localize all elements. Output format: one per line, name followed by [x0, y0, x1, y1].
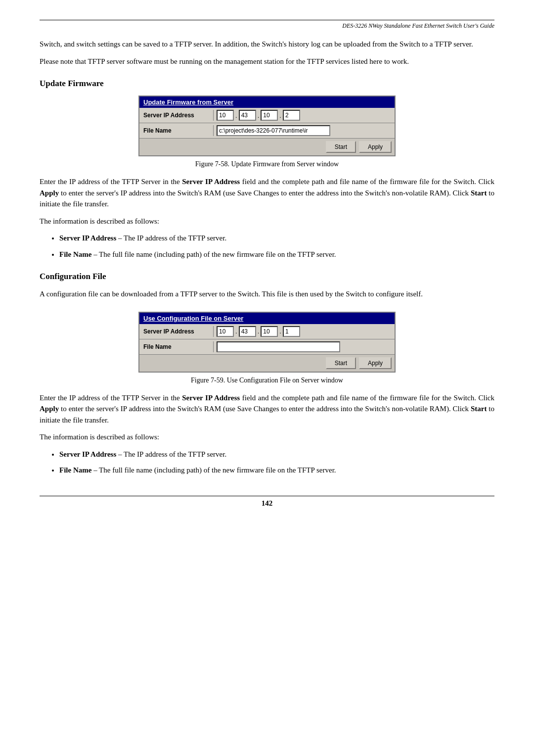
header-title: DES-3226 NWay Standalone Fast Ethernet S…	[40, 22, 494, 30]
config-file-filename-input-group	[214, 339, 395, 354]
config-file-bullet2-bold: File Name	[59, 466, 91, 474]
config-file-desc1-bold3: Start	[471, 405, 487, 413]
config-file-filename-label: File Name	[139, 341, 214, 352]
cfg-dot3: .	[279, 328, 282, 335]
config-file-desc1-bold2: Apply	[40, 405, 59, 413]
update-firmware-title: Update Firmware	[40, 79, 494, 89]
config-file-bullet2-text: – The full file name (including path) of…	[91, 466, 336, 474]
update-firmware-bullet1-bold: Server IP Address	[59, 234, 116, 242]
update-firmware-desc1: Enter the IP address of the TFTP Server …	[40, 176, 494, 210]
update-firmware-bullet2-bold: File Name	[59, 250, 91, 258]
update-firmware-caption: Figure 7-58. Update Firmware from Server…	[40, 160, 494, 168]
update-firmware-ip-octet1[interactable]	[217, 110, 234, 121]
intro-para2: Please note that TFTP server software mu…	[40, 56, 494, 67]
config-file-window: Use Configuration File on Server Server …	[138, 312, 396, 373]
footer-page-number: 142	[40, 499, 494, 508]
update-firmware-ip-row: Server IP Address . . .	[139, 108, 395, 123]
config-file-ip-octet3[interactable]	[261, 326, 278, 337]
config-file-ip-label: Server IP Address	[139, 326, 214, 337]
config-file-desc1-bold1: Server IP Address	[182, 394, 240, 402]
config-file-window-title: Use Configuration File on Server	[139, 313, 395, 324]
update-firmware-desc1-bold1: Server IP Address	[182, 178, 240, 186]
dot1: .	[235, 112, 238, 119]
update-firmware-bullet1-text: – The IP address of the TFTP server.	[116, 234, 226, 242]
update-firmware-desc1-bold2: Apply	[40, 189, 59, 197]
update-firmware-desc2: The information is described as follows:	[40, 216, 494, 227]
config-file-caption: Figure 7-59. Use Configuration File on S…	[40, 377, 494, 384]
update-firmware-ip-octet2[interactable]	[239, 110, 256, 121]
config-file-bullet2: File Name – The full file name (includin…	[59, 465, 494, 476]
update-firmware-desc1-bold3: Start	[471, 189, 487, 197]
page: DES-3226 NWay Standalone Fast Ethernet S…	[0, 0, 534, 537]
config-file-bullet1-bold: Server IP Address	[59, 450, 116, 458]
update-firmware-bullet1: Server IP Address – The IP address of th…	[59, 233, 494, 244]
update-firmware-ip-label: Server IP Address	[139, 110, 214, 121]
footer-rule	[40, 496, 494, 496]
update-firmware-filename-row: File Name	[139, 123, 395, 138]
config-file-filename-row: File Name	[139, 339, 395, 354]
config-file-ip-octet2[interactable]	[239, 326, 256, 337]
update-firmware-filename-input-group	[214, 123, 395, 138]
update-firmware-apply-button[interactable]: Apply	[359, 141, 392, 153]
update-firmware-bullets: Server IP Address – The IP address of th…	[59, 233, 494, 260]
update-firmware-window-body: Server IP Address . . . File Name	[139, 108, 395, 155]
config-file-desc1: Enter the IP address of the TFTP Server …	[40, 392, 494, 426]
config-file-ip-inputs: . . .	[214, 324, 395, 339]
update-firmware-filename-input[interactable]	[217, 125, 330, 136]
update-firmware-window: Update Firmware from Server Server IP Ad…	[138, 95, 396, 156]
config-file-bullet1: Server IP Address – The IP address of th…	[59, 449, 494, 460]
config-file-intro: A configuration file can be downloaded f…	[40, 288, 494, 300]
update-firmware-window-title: Update Firmware from Server	[139, 96, 395, 108]
update-firmware-filename-label: File Name	[139, 125, 214, 136]
intro-para1: Switch, and switch settings can be saved…	[40, 39, 494, 50]
header-rule	[40, 20, 494, 20]
config-file-title: Configuration File	[40, 272, 494, 282]
update-firmware-ip-inputs: . . .	[214, 108, 395, 123]
config-file-bullets: Server IP Address – The IP address of th…	[59, 449, 494, 476]
config-file-desc2: The information is described as follows:	[40, 431, 494, 443]
update-firmware-start-button[interactable]: Start	[326, 141, 356, 153]
config-file-ip-row: Server IP Address . . .	[139, 324, 395, 339]
config-file-window-body: Server IP Address . . . File Name	[139, 324, 395, 372]
dot3: .	[279, 112, 282, 119]
update-firmware-ip-octet3[interactable]	[261, 110, 278, 121]
config-file-filename-input[interactable]	[217, 341, 340, 352]
update-firmware-button-row: Start Apply	[139, 138, 395, 155]
update-firmware-ip-octet4[interactable]	[283, 110, 300, 121]
update-firmware-bullet2: File Name – The full file name (includin…	[59, 249, 494, 260]
cfg-dot1: .	[235, 328, 238, 335]
config-file-ip-octet1[interactable]	[217, 326, 234, 337]
config-file-start-button[interactable]: Start	[326, 357, 356, 369]
update-firmware-bullet2-text: – The full file name (including path) of…	[91, 250, 336, 258]
dot2: .	[257, 112, 260, 119]
config-file-button-row: Start Apply	[139, 354, 395, 372]
config-file-apply-button[interactable]: Apply	[359, 357, 392, 369]
config-file-ip-octet4[interactable]	[283, 326, 300, 337]
config-file-bullet1-text: – The IP address of the TFTP server.	[116, 450, 226, 458]
cfg-dot2: .	[257, 328, 260, 335]
